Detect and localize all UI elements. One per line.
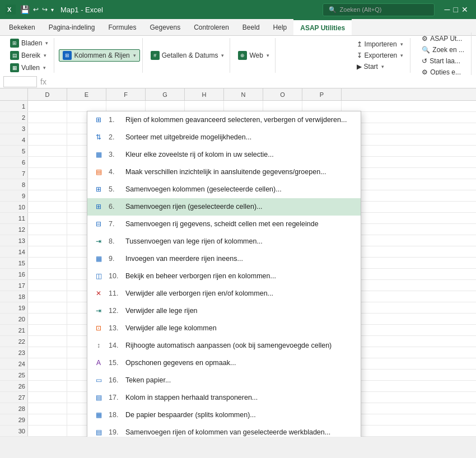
grid-cell[interactable] bbox=[28, 269, 67, 279]
grid-cell[interactable] bbox=[28, 213, 67, 223]
menu-item-text: Verwijder alle verborgen rijen en/of kol… bbox=[125, 289, 355, 297]
col-header-p[interactable]: P bbox=[302, 88, 342, 100]
grid-cell[interactable] bbox=[28, 314, 67, 324]
asap-ut-button[interactable]: ⚙ ASAP Ut... bbox=[417, 34, 466, 44]
dropdown-item[interactable]: ▦9.Invoegen van meerdere rijen ineens... bbox=[87, 250, 361, 268]
grid-cell[interactable] bbox=[224, 101, 263, 111]
tab-formules[interactable]: Formules bbox=[101, 19, 143, 35]
dropdown-item[interactable]: A15.Opschonen gegevens en opmaak... bbox=[87, 354, 361, 372]
tab-asap-utilities[interactable]: ASAP Utilities bbox=[293, 19, 352, 35]
bladen-button[interactable]: ⊞ Bladen ▾ bbox=[7, 38, 52, 49]
col-header-e[interactable]: E bbox=[67, 88, 106, 100]
vullen-button[interactable]: ▦ Vullen ▾ bbox=[7, 62, 49, 73]
grid-cell[interactable] bbox=[28, 358, 67, 369]
dropdown-item[interactable]: ⇅2.Sorteer met uitgebreide mogelijkheden… bbox=[87, 129, 361, 146]
grid-cell[interactable] bbox=[28, 179, 67, 190]
dropdown-item[interactable]: ⊞5.Samenvoegen kolommen (geselecteerde c… bbox=[87, 181, 361, 198]
dropdown-item[interactable]: ▤4.Maak verschillen inzichtelijk in aans… bbox=[87, 163, 361, 181]
dropdown-item[interactable]: ▤19.Samenvoegen rijen of kolommen van ge… bbox=[87, 424, 361, 437]
grid-cell[interactable] bbox=[67, 101, 106, 111]
search-box[interactable]: 🔍 Zoeken (Alt+Q) bbox=[323, 3, 435, 16]
grid-cell[interactable] bbox=[28, 134, 67, 145]
grid-cell[interactable] bbox=[28, 414, 67, 425]
grid-cell[interactable] bbox=[28, 325, 67, 335]
dropdown-item[interactable]: ⊞6.Samenvoegen rijen (geselecteerde cell… bbox=[87, 198, 361, 216]
tab-bekeken[interactable]: Bekeken bbox=[2, 19, 42, 35]
importeren-button[interactable]: ↥ Importeren ▾ bbox=[352, 39, 408, 49]
grid-cell[interactable] bbox=[28, 336, 67, 347]
customize-icon[interactable]: ▾ bbox=[51, 7, 54, 13]
grid-cell[interactable] bbox=[28, 190, 67, 201]
grid-cell[interactable] bbox=[28, 235, 67, 246]
getallen-datums-button[interactable]: # Getallen & Datums ▾ bbox=[147, 50, 228, 61]
name-box[interactable] bbox=[3, 76, 37, 87]
grid-cell[interactable] bbox=[28, 157, 67, 167]
start-arrow: ▾ bbox=[381, 64, 384, 69]
bereik-button[interactable]: ▤ Bereik ▾ bbox=[7, 50, 50, 61]
dropdown-item[interactable]: ▦18.De papier bespaarder (splits kolomme… bbox=[87, 406, 361, 424]
web-button[interactable]: ⊕ Web ▾ bbox=[235, 50, 272, 61]
grid-cell[interactable] bbox=[28, 146, 67, 156]
redo-icon[interactable]: ↪ bbox=[42, 6, 48, 13]
maximize-btn[interactable]: □ bbox=[454, 5, 458, 14]
grid-cell[interactable] bbox=[28, 370, 67, 380]
dropdown-item[interactable]: ◫10.Bekijk en beheer verborgen rijen en … bbox=[87, 268, 361, 285]
dropdown-item[interactable]: ⇥12.Verwijder alle lege rijen bbox=[87, 302, 361, 320]
row-header: 13 bbox=[0, 235, 28, 246]
grid-cell[interactable] bbox=[28, 224, 67, 235]
grid-cell[interactable] bbox=[28, 246, 67, 257]
start-laa-button[interactable]: ↺ Start laa... bbox=[417, 56, 465, 66]
dropdown-item[interactable]: ⊞1.Rijen of kolommen geavanceerd selecte… bbox=[87, 111, 361, 129]
grid-cell[interactable] bbox=[28, 123, 67, 134]
grid-cell[interactable] bbox=[28, 112, 67, 123]
grid-cell[interactable] bbox=[28, 347, 67, 358]
col-header-o[interactable]: O bbox=[263, 88, 302, 100]
col-header-h[interactable]: H bbox=[185, 88, 224, 100]
col-header-n[interactable]: N bbox=[224, 88, 263, 100]
kolommen-rijen-button[interactable]: ⊞ Kolommen & Rijen ▾ bbox=[59, 49, 139, 62]
col-header-f[interactable]: F bbox=[106, 88, 146, 100]
menu-item-number: 4. bbox=[109, 168, 121, 176]
dropdown-item[interactable]: ⇥8.Tussenvoegen van lege rijen of kolomm… bbox=[87, 233, 361, 250]
grid-cell[interactable] bbox=[28, 291, 67, 302]
dropdown-item[interactable]: ✕11.Verwijder alle verborgen rijen en/of… bbox=[87, 285, 361, 302]
grid-cell[interactable] bbox=[146, 101, 185, 111]
grid-cell[interactable] bbox=[28, 202, 67, 212]
grid-cell[interactable] bbox=[28, 280, 67, 291]
tab-controleren[interactable]: Controleren bbox=[187, 19, 236, 35]
col-header-d[interactable]: D bbox=[28, 88, 67, 100]
undo-icon[interactable]: ↩ bbox=[33, 6, 39, 13]
zoek-en-button[interactable]: 🔍 Zoek en ... bbox=[417, 45, 469, 55]
row-header: 3 bbox=[0, 123, 28, 134]
grid-cell[interactable] bbox=[28, 101, 67, 111]
save-icon[interactable]: 💾 bbox=[20, 5, 30, 14]
col-header-g[interactable]: G bbox=[146, 88, 185, 100]
grid-cell[interactable] bbox=[106, 101, 146, 111]
tab-pagina-indeling[interactable]: Pagina-indeling bbox=[42, 19, 102, 35]
minimize-btn[interactable]: ─ bbox=[445, 5, 450, 14]
grid-cell[interactable] bbox=[263, 101, 302, 111]
grid-cell[interactable] bbox=[28, 426, 67, 436]
grid-cell[interactable] bbox=[28, 168, 67, 179]
start-button[interactable]: ▶ Start ▾ bbox=[352, 62, 389, 72]
grid-cell[interactable] bbox=[28, 258, 67, 268]
dropdown-item[interactable]: ▤17.Kolom in stappen herhaald transponer… bbox=[87, 389, 361, 406]
formula-input[interactable] bbox=[50, 78, 473, 86]
close-btn[interactable]: ✕ bbox=[461, 5, 468, 14]
tab-gegevens[interactable]: Gegevens bbox=[143, 19, 187, 35]
tab-help[interactable]: Help bbox=[267, 19, 294, 35]
grid-cell[interactable] bbox=[302, 101, 342, 111]
dropdown-item[interactable]: ⊟7.Samenvoegen rij gegevens, scheidt cel… bbox=[87, 216, 361, 233]
grid-cell[interactable] bbox=[28, 392, 67, 403]
tab-beeld[interactable]: Beeld bbox=[236, 19, 267, 35]
dropdown-item[interactable]: ↕14.Rijhoogte automatisch aanpassen (ook… bbox=[87, 337, 361, 354]
grid-cell[interactable] bbox=[28, 403, 67, 414]
table-row[interactable]: 1 bbox=[0, 101, 476, 112]
dropdown-item[interactable]: ▭16.Teken papier... bbox=[87, 372, 361, 389]
dropdown-item[interactable]: ▦3.Kleur elke zoveelste rij of kolom in … bbox=[87, 146, 361, 163]
dropdown-item[interactable]: ⊡13.Verwijder alle lege kolommen bbox=[87, 320, 361, 337]
exporteren-button[interactable]: ↧ Exporteren ▾ bbox=[352, 50, 408, 60]
grid-cell[interactable] bbox=[28, 302, 67, 313]
grid-cell[interactable] bbox=[28, 381, 67, 391]
grid-cell[interactable] bbox=[185, 101, 224, 111]
